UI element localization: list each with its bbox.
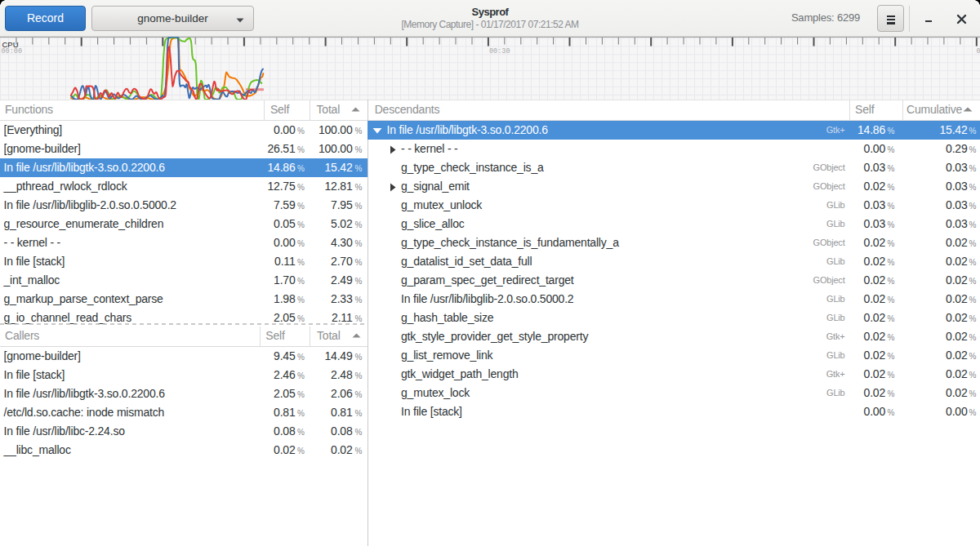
svg-text:00:30: 00:30 [489, 47, 510, 56]
svg-text:0: 0 [977, 47, 980, 56]
svg-text:00:00: 00:00 [2, 47, 23, 56]
